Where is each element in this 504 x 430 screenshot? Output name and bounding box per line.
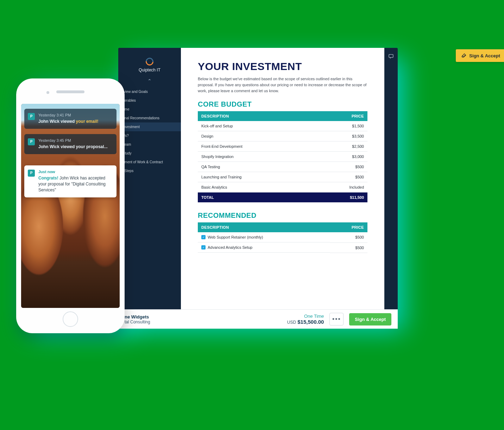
checkbox[interactable]: ✓: [201, 235, 206, 239]
company-block: ne Widgets tal Consulting: [125, 314, 150, 324]
sidebar: Quiptech IT ⌃ rview and Goalsverablesame…: [118, 48, 181, 318]
cell-price: $3,000: [315, 152, 367, 162]
cell-price: $500: [330, 232, 367, 242]
table-row: Design$3,500: [198, 131, 367, 141]
nav-item[interactable]: t Steps: [118, 166, 181, 175]
nav-list: rview and Goalsverablesameonal Recommend…: [118, 87, 181, 175]
cell-desc: Shopify Integration: [198, 152, 315, 162]
home-button[interactable]: [63, 311, 78, 327]
company-line1: ne Widgets: [125, 314, 150, 320]
chevron-up-icon[interactable]: ⌃: [118, 78, 181, 84]
nav-item[interactable]: Study: [118, 149, 181, 158]
notification-3[interactable]: P Just now Congrats! John Wick has accep…: [24, 165, 116, 197]
nav-item[interactable]: Us?: [118, 131, 181, 140]
table-row: QA Testing$500: [198, 162, 367, 172]
app-badge-icon: P: [28, 138, 35, 145]
table-row: Front-End Development$2,500: [198, 141, 367, 152]
nav-item[interactable]: Investment: [118, 122, 181, 131]
price-section: One Time USD $15,500.00 ••• Sign & Accep…: [287, 313, 391, 325]
checkbox[interactable]: ✓: [201, 245, 206, 249]
notif2-time: Yesterday 3:45 PM: [38, 138, 112, 143]
section-recommended-title: RECOMMENDED: [198, 211, 367, 220]
total-value: $11,500: [315, 192, 367, 203]
company-line2: tal Consulting: [125, 320, 150, 324]
table-row: Basic AnalyticsIncluded: [198, 182, 367, 192]
rec-col-desc: DESCRIPTION: [198, 222, 330, 232]
recommended-table: DESCRIPTION PRICE ✓Web Support Retainer …: [198, 222, 367, 253]
total-row: TOTAL$11,500: [198, 192, 367, 203]
nav-item[interactable]: rview and Goals: [118, 87, 181, 96]
cell-desc: Front-End Development: [198, 141, 315, 152]
table-row: ✓Advanced Analytics Setup$500: [198, 242, 367, 253]
cell-desc: ✓Advanced Analytics Setup: [198, 242, 330, 253]
sign-accept-button[interactable]: Sign & Accept: [349, 313, 391, 325]
sign-accept-tab[interactable]: Sign & Accept: [456, 49, 504, 62]
cell-price: $500: [315, 162, 367, 172]
notif3-time: Just now: [38, 169, 112, 175]
svg-rect-0: [389, 55, 393, 58]
cell-desc: QA Testing: [198, 162, 315, 172]
total-label: TOTAL: [198, 192, 315, 203]
bottom-bar: ne Widgets tal Consulting One Time USD $…: [118, 310, 398, 329]
brand-logo-icon: [144, 56, 155, 67]
document-description: Below is the budget we've estimated base…: [198, 76, 367, 94]
cell-price: Included: [315, 182, 367, 192]
cell-price: $500: [330, 242, 367, 253]
core-col-desc: DESCRIPTION: [198, 111, 315, 121]
notif1-body: John Wick viewed your email!: [38, 119, 112, 125]
cell-desc: Kick-off and Setup: [198, 121, 315, 131]
price-amount: USD $15,500.00: [287, 319, 324, 325]
cell-desc: Basic Analytics: [198, 182, 315, 192]
app-badge-icon: P: [28, 170, 35, 177]
document-area: YOUR INVESTMENT Below is the budget we'v…: [181, 48, 384, 318]
phone-mockup: P Yesterday 3:41 PM John Wick viewed you…: [16, 78, 125, 333]
cell-price: $1,500: [315, 121, 367, 131]
core-budget-table: DESCRIPTION PRICE Kick-off and Setup$1,5…: [198, 111, 367, 202]
rec-col-price: PRICE: [330, 222, 367, 232]
comment-icon[interactable]: [388, 53, 394, 318]
cell-desc: Launching and Training: [198, 172, 315, 182]
price-label: One Time: [287, 314, 324, 319]
right-gutter: [384, 48, 398, 318]
app-badge-icon: P: [28, 113, 35, 120]
notif2-body: John Wick viewed your proposal...: [38, 144, 112, 150]
price-block: One Time USD $15,500.00: [287, 314, 324, 325]
brand-name: Quiptech IT: [139, 68, 160, 72]
table-row: ✓Web Support Retainer (monthly)$500: [198, 232, 367, 242]
document-title: YOUR INVESTMENT: [198, 61, 367, 72]
cell-price: $3,500: [315, 131, 367, 141]
cell-price: $500: [315, 172, 367, 182]
notif1-time: Yesterday 3:41 PM: [38, 113, 112, 118]
sign-accept-tab-label: Sign & Accept: [469, 53, 500, 58]
notif3-body: Congrats! John Wick has accepted your pr…: [38, 175, 112, 193]
notification-1[interactable]: P Yesterday 3:41 PM John Wick viewed you…: [24, 109, 116, 129]
more-button[interactable]: •••: [329, 313, 344, 325]
table-row: Shopify Integration$3,000: [198, 152, 367, 162]
app-window: Quiptech IT ⌃ rview and Goalsverablesame…: [118, 48, 398, 318]
nav-item[interactable]: ame: [118, 105, 181, 114]
nav-item[interactable]: ement of Work & Contract: [118, 158, 181, 166]
signature-icon: [461, 53, 467, 58]
nav-item[interactable]: verables: [118, 96, 181, 105]
phone-screen: P Yesterday 3:41 PM John Wick viewed you…: [21, 104, 120, 308]
cell-desc: Design: [198, 131, 315, 141]
table-row: Launching and Training$500: [198, 172, 367, 182]
cell-desc: ✓Web Support Retainer (monthly): [198, 232, 330, 242]
nav-item[interactable]: onal Recommendations: [118, 114, 181, 122]
core-col-price: PRICE: [315, 111, 367, 121]
brand: Quiptech IT: [118, 48, 181, 75]
phone-speaker: [56, 90, 84, 93]
phone-camera: [46, 91, 49, 94]
nav-item[interactable]: Team: [118, 140, 181, 149]
section-core-title: CORE BUDGET: [198, 100, 367, 108]
table-row: Kick-off and Setup$1,500: [198, 121, 367, 131]
notification-2[interactable]: P Yesterday 3:45 PM John Wick viewed you…: [24, 134, 116, 154]
cell-price: $2,500: [315, 141, 367, 152]
